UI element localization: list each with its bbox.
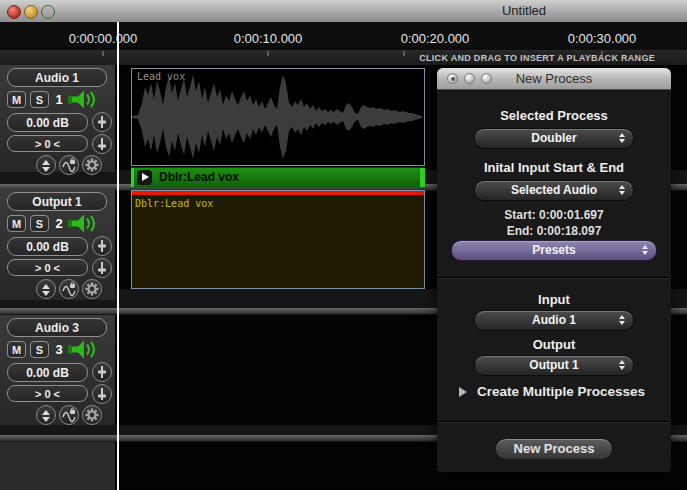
doubler-process-bar[interactable]: Dblr:Lead vox <box>131 167 425 187</box>
new-process-panel: New Process Selected Process Doubler Ini… <box>437 68 671 472</box>
automation-lock-button[interactable] <box>59 405 79 425</box>
panel-close-button[interactable] <box>447 73 458 84</box>
window-title: Untitled <box>502 3 546 18</box>
solo-button[interactable]: S <box>30 215 49 232</box>
gain-button[interactable]: 0.00 dB <box>7 363 88 382</box>
automation-lock-button[interactable] <box>59 155 79 175</box>
play-button[interactable] <box>137 170 152 185</box>
panel-divider <box>437 421 671 422</box>
track-name-button[interactable]: Audio 3 <box>7 318 107 337</box>
start-time-text: Start: 0:00:01.697 <box>437 208 671 222</box>
gate-fader-icon[interactable] <box>92 258 112 278</box>
ruler-label: 0:00:10.000 <box>234 31 303 46</box>
automation-lock-button[interactable] <box>59 279 79 299</box>
close-button[interactable] <box>7 5 21 19</box>
create-multiple-label: Create Multiple Processes <box>477 384 645 399</box>
speaker-icon[interactable] <box>68 340 98 359</box>
gain-fader-icon[interactable] <box>92 236 112 256</box>
playback-range-strip[interactable]: CLICK AND DRAG TO INSERT A PLAYBACK RANG… <box>0 51 687 66</box>
input-dropdown[interactable]: Audio 1 <box>474 310 634 331</box>
zoom-button[interactable] <box>41 5 55 19</box>
initial-input-dropdown[interactable]: Selected Audio <box>474 180 634 201</box>
window-titlebar[interactable]: Untitled <box>0 0 687 23</box>
input-value: Audio 1 <box>475 311 633 330</box>
speaker-icon[interactable] <box>68 90 98 109</box>
solo-button[interactable]: S <box>30 91 49 108</box>
stepper-arrows-icon <box>619 315 625 325</box>
track-header-output-1: Output 1 M S 2 0.00 dB > 0 < <box>0 189 115 300</box>
gain-button[interactable]: 0.00 dB <box>7 237 88 256</box>
doubler-output-region[interactable]: Dblr:Lead vox <box>131 190 425 289</box>
gain-fader-icon[interactable] <box>92 112 112 132</box>
resize-track-button[interactable] <box>36 405 56 425</box>
end-time-text: End: 0:00:18.097 <box>437 224 671 238</box>
gate-threshold-button[interactable]: > 0 < <box>7 135 88 152</box>
initial-input-value: Selected Audio <box>475 181 633 200</box>
settings-button[interactable] <box>82 155 102 175</box>
output-dropdown[interactable]: Output 1 <box>474 355 634 376</box>
gate-threshold-button[interactable]: > 0 < <box>7 259 88 276</box>
panel-zoom-button[interactable] <box>481 73 492 84</box>
up-down-arrows-icon <box>42 160 50 172</box>
stepper-arrows-icon <box>619 133 625 143</box>
track-number: 3 <box>53 341 65 358</box>
panel-divider <box>437 277 671 278</box>
audio-region-lead-vox[interactable]: Lead vox <box>131 68 425 166</box>
mute-button[interactable]: M <box>7 91 26 108</box>
new-process-button[interactable]: New Process <box>495 438 613 460</box>
gain-fader-icon[interactable] <box>92 362 112 382</box>
resize-track-button[interactable] <box>36 279 56 299</box>
presets-dropdown[interactable]: Presets <box>451 240 657 261</box>
selected-process-dropdown[interactable]: Doubler <box>474 128 634 149</box>
sine-lock-icon <box>61 407 77 423</box>
ruler-tick <box>102 51 104 56</box>
stepper-arrows-icon <box>619 360 625 370</box>
panel-minimize-button[interactable] <box>464 73 475 84</box>
up-down-arrows-icon <box>42 410 50 422</box>
ruler-label: 0:00:20.000 <box>401 31 470 46</box>
play-icon <box>142 173 149 181</box>
minimize-button[interactable] <box>24 5 38 19</box>
input-label: Input <box>437 292 671 307</box>
panel-titlebar[interactable]: New Process <box>437 68 671 90</box>
timeline-ruler[interactable]: 0:00:00.000 0:00:10.000 0:00:20.000 0:00… <box>0 22 687 51</box>
selected-process-value: Doubler <box>475 129 633 148</box>
empty-track-header <box>0 442 115 490</box>
gear-icon <box>84 157 100 173</box>
solo-button[interactable]: S <box>30 341 49 358</box>
app-window: Untitled 0:00:00.000 0:00:10.000 0:00:20… <box>0 0 687 490</box>
ruler-label: 0:00:30.000 <box>568 31 637 46</box>
mute-button[interactable]: M <box>7 341 26 358</box>
mute-button[interactable]: M <box>7 215 26 232</box>
track-name-button[interactable]: Output 1 <box>7 192 107 211</box>
ruler-label: 0:00:00.000 <box>69 31 138 46</box>
speaker-icon[interactable] <box>68 214 98 233</box>
ruler-tick <box>267 51 269 56</box>
playback-range-hint: CLICK AND DRAG TO INSERT A PLAYBACK RANG… <box>419 53 655 63</box>
gate-threshold-button[interactable]: > 0 < <box>7 385 88 402</box>
region-label: Dblr:Lead vox <box>135 198 213 209</box>
stepper-arrows-icon <box>619 185 625 195</box>
gear-icon <box>84 281 100 297</box>
ruler-tick <box>403 51 405 56</box>
record-marker <box>132 191 424 196</box>
settings-button[interactable] <box>82 279 102 299</box>
gate-fader-icon[interactable] <box>92 134 112 154</box>
gain-button[interactable]: 0.00 dB <box>7 113 88 132</box>
playhead[interactable] <box>117 22 119 490</box>
track-header-audio-3: Audio 3 M S 3 0.00 dB > 0 < <box>0 315 115 425</box>
gear-icon <box>84 407 100 423</box>
track-number: 2 <box>53 215 65 232</box>
gate-fader-icon[interactable] <box>92 384 112 404</box>
presets-label: Presets <box>452 241 656 260</box>
waveform <box>132 69 424 165</box>
track-name-button[interactable]: Audio 1 <box>7 68 107 87</box>
resize-track-button[interactable] <box>36 155 56 175</box>
panel-title: New Process <box>516 71 593 86</box>
settings-button[interactable] <box>82 405 102 425</box>
disclosure-triangle-icon <box>459 387 467 397</box>
up-down-arrows-icon <box>42 284 50 296</box>
output-label: Output <box>437 337 671 352</box>
track-number: 1 <box>53 91 65 108</box>
sine-lock-icon <box>61 157 77 173</box>
